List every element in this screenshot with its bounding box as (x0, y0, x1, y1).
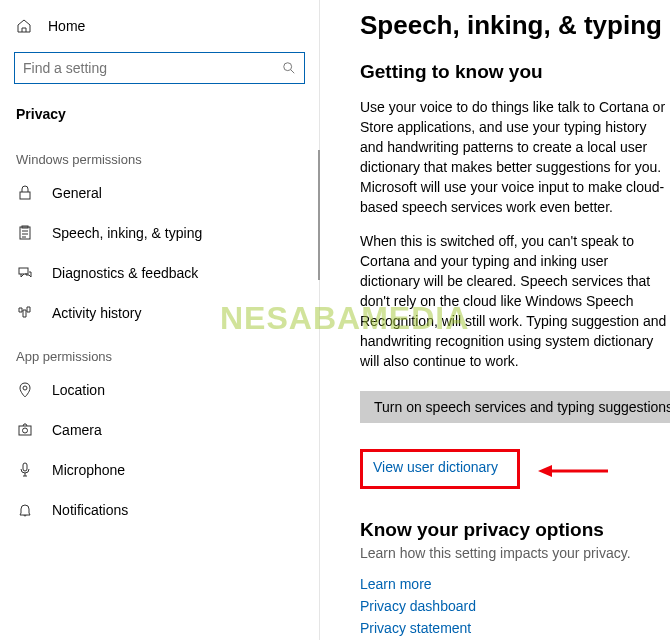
lock-icon (16, 185, 34, 201)
sidebar-section-title: Privacy (0, 96, 319, 136)
privacy-dashboard-link[interactable]: Privacy dashboard (360, 598, 476, 614)
nav-label: Speech, inking, & typing (52, 225, 202, 241)
sidebar-item-microphone[interactable]: Microphone (0, 450, 319, 490)
home-label: Home (48, 18, 85, 34)
svg-rect-4 (19, 268, 28, 274)
view-user-dictionary-highlight: View user dictionary (360, 449, 520, 489)
group-windows-permissions: Windows permissions (0, 136, 319, 173)
privacy-subtext: Learn how this setting impacts your priv… (360, 545, 670, 561)
section-know-your-privacy-options: Know your privacy options (360, 519, 670, 541)
nav-label: Microphone (52, 462, 125, 478)
nav-label: Location (52, 382, 105, 398)
svg-rect-8 (23, 463, 27, 471)
page-title: Speech, inking, & typing (360, 10, 670, 41)
description-paragraph-2: When this is switched off, you can't spe… (360, 231, 670, 371)
sidebar-item-location[interactable]: Location (0, 370, 319, 410)
sidebar-item-camera[interactable]: Camera (0, 410, 319, 450)
notifications-icon (16, 502, 34, 518)
location-icon (16, 382, 34, 398)
nav-label: Activity history (52, 305, 141, 321)
search-box[interactable] (14, 52, 305, 84)
privacy-statement-link[interactable]: Privacy statement (360, 620, 471, 636)
learn-more-link[interactable]: Learn more (360, 576, 432, 592)
clipboard-icon (16, 225, 34, 241)
turn-on-speech-button[interactable]: Turn on speech services and typing sugge… (360, 391, 670, 423)
sidebar-item-general[interactable]: General (0, 173, 319, 213)
sidebar-item-notifications[interactable]: Notifications (0, 490, 319, 530)
search-input[interactable] (23, 60, 282, 76)
svg-point-5 (23, 386, 27, 390)
activity-icon (16, 305, 34, 321)
nav-label: Notifications (52, 502, 128, 518)
feedback-icon (16, 265, 34, 281)
group-app-permissions: App permissions (0, 333, 319, 370)
description-paragraph-1: Use your voice to do things like talk to… (360, 97, 670, 217)
nav-label: General (52, 185, 102, 201)
nav-label: Camera (52, 422, 102, 438)
sidebar-item-activity-history[interactable]: Activity history (0, 293, 319, 333)
sidebar-item-diagnostics-feedback[interactable]: Diagnostics & feedback (0, 253, 319, 293)
svg-point-0 (284, 63, 292, 71)
svg-point-7 (23, 428, 28, 433)
microphone-icon (16, 462, 34, 478)
home-icon (16, 18, 32, 34)
search-icon (282, 61, 296, 75)
sidebar-item-speech-inking-typing[interactable]: Speech, inking, & typing (0, 213, 319, 253)
home-nav[interactable]: Home (0, 8, 319, 44)
nav-label: Diagnostics & feedback (52, 265, 198, 281)
annotation-arrow-icon (538, 462, 608, 480)
settings-sidebar: Home Privacy Windows permissions General… (0, 0, 320, 640)
main-content: Speech, inking, & typing Getting to know… (320, 0, 670, 640)
svg-rect-1 (20, 192, 30, 199)
svg-marker-10 (538, 465, 552, 477)
svg-rect-6 (19, 426, 31, 435)
camera-icon (16, 422, 34, 438)
view-user-dictionary-link[interactable]: View user dictionary (373, 459, 498, 475)
section-getting-to-know-you: Getting to know you (360, 61, 670, 83)
